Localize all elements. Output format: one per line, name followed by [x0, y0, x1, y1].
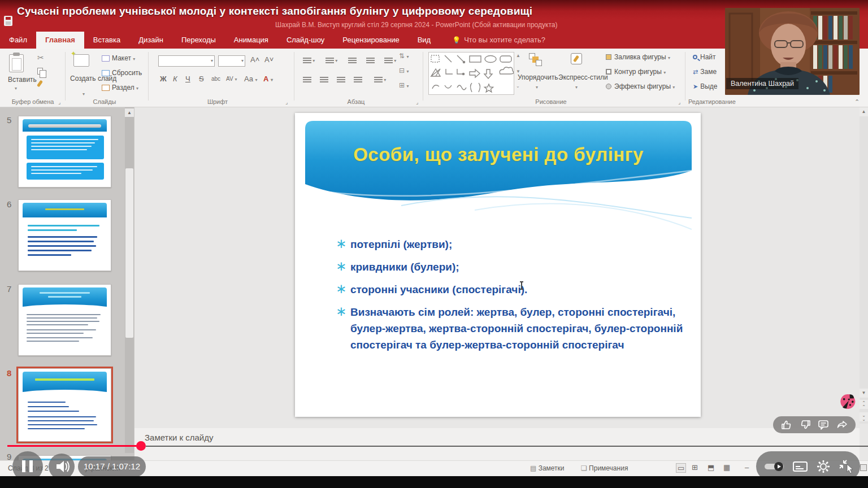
font-color-button[interactable]: А ▾: [263, 75, 273, 83]
paragraph-dialog-launcher[interactable]: ⌟: [416, 99, 418, 105]
exit-fullscreen-icon[interactable]: [839, 459, 856, 475]
fit-to-window-icon[interactable]: [860, 464, 867, 471]
zoom-out-button[interactable]: –: [745, 463, 749, 472]
shapes-gallery[interactable]: [428, 52, 514, 95]
autoplay-toggle[interactable]: [764, 461, 784, 472]
arrange-button[interactable]: Упорядочить: [518, 73, 558, 81]
scroll-down-icon[interactable]: ▼: [860, 389, 868, 398]
scrollbar-thumb[interactable]: [125, 168, 133, 338]
collapse-ribbon-icon[interactable]: ⌃: [854, 98, 860, 106]
notes-pane[interactable]: [134, 428, 860, 460]
quick-styles-dropdown[interactable]: ▾: [575, 82, 578, 90]
increase-indent-button[interactable]: [366, 54, 375, 64]
normal-view-button[interactable]: ▭: [676, 463, 686, 473]
decrease-indent-button[interactable]: [348, 54, 357, 64]
shrink-font-button[interactable]: A˅: [264, 55, 274, 64]
align-left-button[interactable]: [303, 73, 311, 84]
font-size-combo[interactable]: [218, 55, 245, 67]
slide-sorter-view-button[interactable]: ⊞: [692, 463, 698, 472]
thumbs-up-icon[interactable]: [780, 419, 793, 431]
section-button[interactable]: Раздел ▾: [102, 84, 138, 91]
format-painter-icon[interactable]: [38, 79, 41, 89]
quick-styles-button[interactable]: Экспресс-стили: [558, 73, 596, 81]
thumbnail-slide-8-selected[interactable]: [18, 368, 111, 442]
next-slide-button[interactable]: ⌄⌄: [860, 412, 868, 421]
share-icon[interactable]: [836, 419, 848, 431]
tab-view[interactable]: Вид: [409, 32, 440, 49]
change-case-button[interactable]: Aa ▾: [244, 75, 258, 83]
tab-insert[interactable]: Вставка: [84, 32, 129, 49]
tab-design[interactable]: Дизайн: [129, 32, 172, 49]
video-progress-handle[interactable]: [136, 441, 146, 451]
bold-button[interactable]: Ж: [160, 75, 167, 83]
bullets-button[interactable]: ▾: [303, 54, 315, 64]
scroll-up-icon[interactable]: ▲: [125, 108, 134, 117]
new-slide-icon[interactable]: [73, 54, 89, 67]
shapes-more-button[interactable]: ⌄: [516, 84, 520, 89]
reset-button[interactable]: Сбросить: [102, 69, 142, 77]
text-shadow-button[interactable]: abc: [211, 76, 220, 82]
tell-me-box[interactable]: 💡Что вы хотите сделать?: [440, 32, 551, 49]
tab-transitions[interactable]: Переходы: [172, 32, 225, 49]
paste-dropdown[interactable]: ▾: [15, 84, 17, 91]
font-name-combo[interactable]: [158, 55, 215, 67]
italic-button[interactable]: К: [173, 75, 177, 83]
tab-review[interactable]: Рецензирование: [333, 32, 408, 49]
thumbnail-scrollbar[interactable]: ▲: [125, 107, 134, 453]
shape-effects-button[interactable]: Эффекты фигуры ▾: [606, 82, 675, 90]
strikethrough-button[interactable]: S: [199, 75, 204, 83]
underline-button[interactable]: Ч: [185, 75, 190, 83]
columns-button[interactable]: ▾: [374, 73, 386, 84]
cut-icon[interactable]: ✂: [37, 53, 44, 62]
font-dialog-launcher[interactable]: ⌟: [285, 99, 288, 105]
new-slide-button[interactable]: Создать слайд: [70, 75, 99, 82]
reading-view-button[interactable]: ⬒: [708, 463, 714, 472]
arrange-dropdown[interactable]: ▾: [536, 82, 538, 90]
justify-button[interactable]: [354, 73, 362, 84]
paste-button[interactable]: Вставить: [8, 76, 37, 84]
replace-button[interactable]: ⇄Заме: [693, 68, 717, 76]
save-icon[interactable]: [4, 16, 12, 26]
select-button[interactable]: ➤Выде: [693, 82, 718, 90]
tab-slideshow[interactable]: Слайд-шоу: [277, 32, 333, 49]
notes-placeholder[interactable]: Заметки к слайду: [145, 433, 214, 442]
scroll-up-icon[interactable]: ▲: [860, 107, 868, 116]
align-right-button[interactable]: [337, 73, 345, 84]
shape-outline-button[interactable]: Контур фигуры ▾: [606, 68, 666, 76]
thumbnail-slide-5[interactable]: [18, 116, 111, 188]
tab-home[interactable]: Главная: [36, 32, 84, 49]
comments-toggle[interactable]: ❏ Примечания: [581, 464, 628, 472]
text-direction-button[interactable]: ⇅ ▾: [399, 52, 409, 60]
tab-animations[interactable]: Анимация: [225, 32, 277, 49]
char-spacing-button[interactable]: AV ▾: [226, 76, 237, 82]
subtitles-icon[interactable]: [792, 460, 808, 473]
shapes-scroll-up[interactable]: ▲: [516, 53, 520, 58]
align-text-button[interactable]: ⊟ ▾: [399, 67, 409, 75]
tab-file[interactable]: Файл: [0, 32, 36, 49]
numbering-button[interactable]: ▾: [326, 54, 337, 64]
shape-fill-button[interactable]: Заливка фигуры ▾: [606, 53, 670, 61]
slide-area-scrollbar[interactable]: ▲ ▼ ⌃⌃ ⌄⌄: [860, 107, 868, 424]
paste-icon[interactable]: [9, 54, 24, 72]
find-button[interactable]: Найт: [693, 53, 716, 61]
copy-icon[interactable]: ▾: [37, 66, 46, 76]
clipboard-dialog-launcher[interactable]: ⌟: [58, 99, 60, 105]
line-spacing-button[interactable]: ▾: [384, 54, 396, 64]
thumbnail-slide-6[interactable]: [18, 199, 111, 271]
comment-icon[interactable]: [817, 419, 830, 431]
previous-slide-button[interactable]: ⌃⌃: [860, 400, 868, 409]
grow-font-button[interactable]: A˄: [250, 55, 259, 64]
thumbnail-slide-7[interactable]: [18, 284, 111, 356]
thumbs-down-icon[interactable]: [799, 419, 811, 431]
video-progress-track[interactable]: [146, 446, 868, 447]
layout-button[interactable]: Макет ▾: [102, 54, 135, 62]
new-slide-dropdown[interactable]: ▾: [83, 89, 85, 97]
convert-smartart-button[interactable]: ⊞ ▾: [399, 81, 409, 89]
align-center-button[interactable]: [320, 73, 328, 84]
drawing-dialog-launcher[interactable]: ⌟: [678, 99, 680, 105]
settings-gear-icon[interactable]: [816, 459, 831, 474]
slide-canvas[interactable]: Особи, що залучені до булінгу потерпілі …: [295, 113, 701, 417]
video-progress-played[interactable]: [7, 445, 141, 447]
slideshow-button[interactable]: ▦: [723, 463, 730, 472]
notes-toggle[interactable]: ▤ Заметки: [530, 464, 565, 472]
